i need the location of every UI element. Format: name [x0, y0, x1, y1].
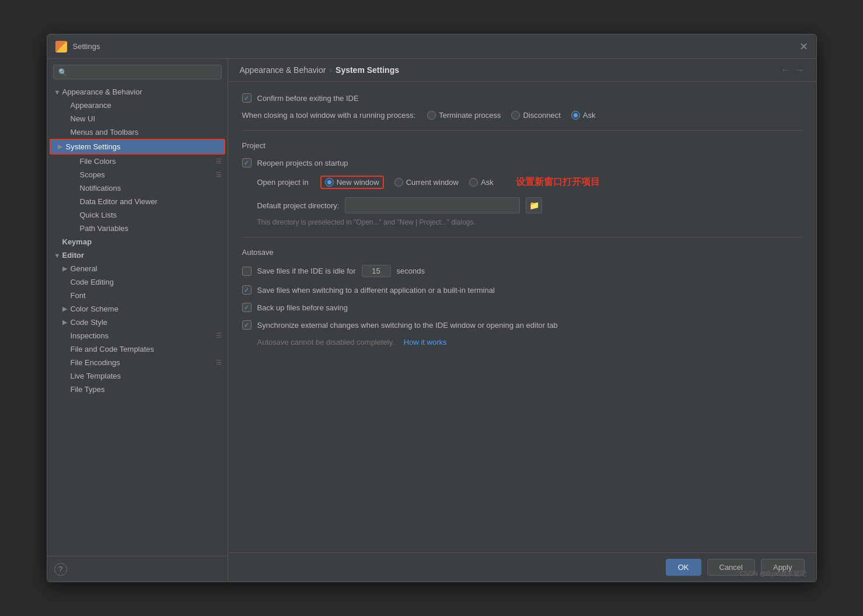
confirm-exit-label: Confirm before exiting the IDE — [257, 94, 359, 103]
sidebar-item-path-variables[interactable]: Path Variables — [47, 222, 228, 235]
arrow-icon: ▶ — [62, 318, 71, 326]
sidebar: 🔍 ▼ Appearance & Behavior Appearance New… — [47, 59, 228, 582]
autosave-note-row: Autosave cannot be disabled completely. … — [242, 338, 802, 346]
save-switch-checkbox[interactable] — [242, 285, 251, 295]
system-settings-highlight: ▶ System Settings — [50, 139, 225, 155]
sidebar-item-editor[interactable]: ▼ Editor — [47, 249, 228, 262]
panel-content: Confirm before exiting the IDE When clos… — [228, 82, 816, 552]
open-project-label: Open project in — [257, 178, 309, 187]
tool-window-row: When closing a tool window with a runnin… — [242, 111, 802, 120]
nav-forward-arrow[interactable]: → — [795, 65, 805, 75]
sidebar-item-inspections[interactable]: Inspections ☰ — [47, 329, 228, 342]
sidebar-item-label: Live Templates — [71, 372, 222, 380]
reopen-projects-checkbox[interactable] — [242, 158, 251, 167]
new-window-radio[interactable] — [325, 178, 334, 187]
save-switch-label: Save files when switching to a different… — [257, 286, 495, 295]
sidebar-item-color-scheme[interactable]: ▶ Color Scheme — [47, 302, 228, 316]
sidebar-item-label: Menus and Toolbars — [71, 128, 222, 136]
sidebar-item-font[interactable]: Font — [47, 289, 228, 302]
terminate-option[interactable]: Terminate process — [427, 111, 501, 120]
settings-icon: ☰ — [216, 158, 222, 165]
sidebar-item-scopes[interactable]: Scopes ☰ — [47, 168, 228, 181]
idle-seconds-input[interactable] — [362, 265, 391, 277]
arrow-icon: ▶ — [62, 265, 71, 272]
sidebar-item-notifications[interactable]: Notifications — [47, 181, 228, 195]
ask-tool-option[interactable]: Ask — [571, 111, 596, 120]
sidebar-item-label: Code Style — [71, 318, 222, 327]
sidebar-item-file-code-templates[interactable]: File and Code Templates — [47, 342, 228, 356]
default-dir-input[interactable] — [345, 197, 520, 214]
arrow-icon: ▼ — [54, 89, 62, 96]
sidebar-item-label: File Encodings — [71, 358, 214, 367]
settings-icon: ☰ — [216, 359, 222, 366]
sidebar-item-file-colors[interactable]: File Colors ☰ — [47, 155, 228, 168]
sidebar-item-label: Keymap — [62, 237, 222, 246]
sidebar-item-file-types[interactable]: File Types — [47, 383, 228, 396]
confirm-exit-checkbox[interactable] — [242, 93, 251, 103]
save-switch-row: Save files when switching to a different… — [242, 285, 802, 295]
backup-row: Back up files before saving — [242, 303, 802, 312]
close-button[interactable]: ✕ — [799, 41, 808, 52]
sync-external-label: Synchronize external changes when switch… — [257, 321, 558, 330]
sidebar-item-new-ui[interactable]: New UI — [47, 112, 228, 125]
arrow-icon: ▼ — [54, 252, 62, 259]
sidebar-item-label: Font — [71, 291, 222, 300]
help-button[interactable]: ? — [54, 563, 67, 576]
tool-window-radio-group: Terminate process Disconnect Ask — [427, 111, 595, 120]
sidebar-item-general[interactable]: ▶ General — [47, 262, 228, 275]
search-input[interactable] — [71, 68, 216, 76]
sidebar-item-appearance-behavior[interactable]: ▼ Appearance & Behavior — [47, 85, 228, 99]
sidebar-item-quick-lists[interactable]: Quick Lists — [47, 208, 228, 222]
settings-icon: ☰ — [216, 332, 222, 340]
breadcrumb-separator: › — [329, 65, 332, 75]
open-project-row: Open project in New window Current windo… — [242, 176, 802, 189]
new-window-option[interactable]: New window — [325, 178, 379, 187]
sidebar-item-label: Quick Lists — [80, 211, 222, 219]
sidebar-item-appearance[interactable]: Appearance — [47, 99, 228, 112]
save-idle-checkbox[interactable] — [242, 267, 251, 276]
ask-project-radio[interactable] — [469, 178, 478, 187]
sync-external-checkbox[interactable] — [242, 320, 251, 330]
search-box[interactable]: 🔍 — [53, 65, 222, 79]
breadcrumb-current: System Settings — [336, 65, 399, 75]
backup-label: Back up files before saving — [257, 303, 348, 312]
ask-tool-radio[interactable] — [571, 111, 580, 120]
sidebar-item-label: Appearance — [71, 101, 222, 110]
settings-window: Settings ✕ 🔍 ▼ Appearance & Behavior App… — [47, 34, 817, 582]
ask-project-option[interactable]: Ask — [469, 178, 494, 187]
save-idle-label: Save files if the IDE is idle for — [257, 267, 356, 275]
sidebar-item-live-templates[interactable]: Live Templates — [47, 369, 228, 383]
ok-button[interactable]: OK — [666, 559, 701, 576]
nav-back-arrow[interactable]: ← — [781, 65, 791, 75]
sidebar-item-code-editing[interactable]: Code Editing — [47, 275, 228, 289]
browse-button[interactable]: 📁 — [526, 197, 542, 214]
watermark: CSDN @Ryan成长笔记 — [739, 569, 806, 578]
sidebar-item-label: Notifications — [80, 184, 222, 192]
current-window-option[interactable]: Current window — [394, 178, 459, 187]
sidebar-item-keymap[interactable]: Keymap — [47, 235, 228, 249]
terminate-radio[interactable] — [427, 111, 436, 120]
annotation-text: 设置新窗口打开项目 — [516, 176, 600, 188]
sidebar-item-system-settings[interactable]: ▶ System Settings — [51, 140, 224, 153]
how-it-works-link[interactable]: How it works — [404, 338, 447, 346]
sync-external-row: Synchronize external changes when switch… — [242, 320, 802, 330]
sidebar-item-data-editor[interactable]: Data Editor and Viewer — [47, 195, 228, 208]
sidebar-item-code-style[interactable]: ▶ Code Style — [47, 316, 228, 329]
disconnect-radio[interactable] — [511, 111, 520, 120]
sidebar-item-file-encodings[interactable]: File Encodings ☰ — [47, 356, 228, 369]
sidebar-item-label: New UI — [71, 114, 222, 123]
arrow-icon: ▶ — [58, 143, 66, 150]
search-icon: 🔍 — [58, 68, 67, 76]
current-window-radio[interactable] — [394, 178, 403, 187]
sidebar-item-label: Editor — [62, 251, 222, 260]
open-project-radio-group: New window Current window Ask 设置新窗口打开项目 — [320, 176, 600, 189]
bottom-bar: OK Cancel Apply — [228, 552, 816, 582]
project-section-title: Project — [242, 141, 802, 150]
disconnect-option[interactable]: Disconnect — [511, 111, 560, 120]
sidebar-item-label: Inspections — [71, 331, 214, 340]
divider-1 — [242, 130, 802, 131]
save-idle-row: Save files if the IDE is idle for second… — [242, 265, 802, 277]
backup-checkbox[interactable] — [242, 303, 251, 312]
sidebar-item-label: Appearance & Behavior — [62, 88, 222, 96]
sidebar-item-menus-toolbars[interactable]: Menus and Toolbars — [47, 125, 228, 139]
